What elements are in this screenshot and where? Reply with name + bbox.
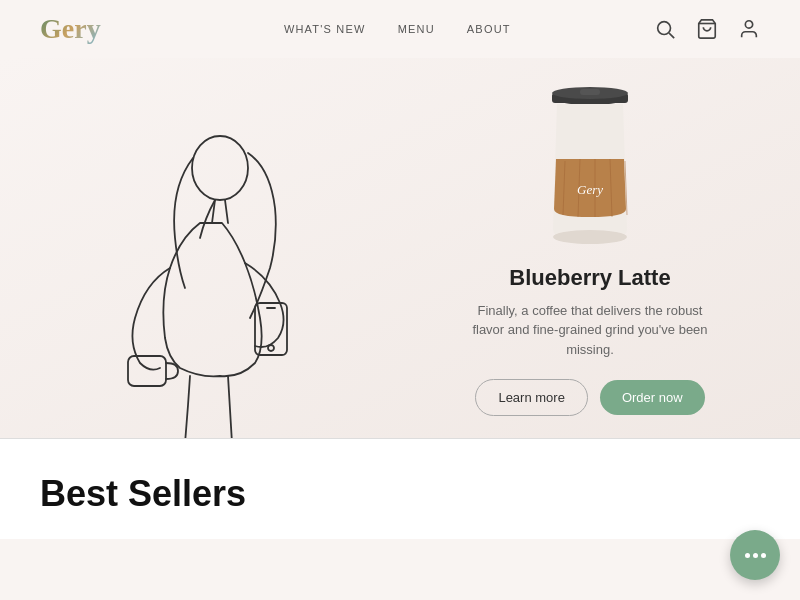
svg-rect-10 xyxy=(128,356,166,386)
svg-point-3 xyxy=(745,21,752,28)
svg-rect-21 xyxy=(580,89,600,95)
product-title: Blueberry Latte xyxy=(509,265,670,291)
svg-text:Gery: Gery xyxy=(577,182,603,197)
header: Gery WHAT'S NEW MENU ABOUT xyxy=(0,0,800,58)
hero-cta-buttons: Learn more Order now xyxy=(475,379,704,416)
svg-point-9 xyxy=(268,345,274,351)
svg-point-4 xyxy=(192,136,248,200)
nav-about[interactable]: ABOUT xyxy=(467,23,511,35)
chat-dot-2 xyxy=(753,553,758,558)
main-nav: WHAT'S NEW MENU ABOUT xyxy=(284,23,511,35)
svg-point-20 xyxy=(553,230,627,244)
svg-line-6 xyxy=(225,200,228,223)
user-icon[interactable] xyxy=(738,18,760,40)
chat-dot-3 xyxy=(761,553,766,558)
header-icons xyxy=(654,18,760,40)
coffee-cup-svg: Gery xyxy=(525,79,655,249)
nav-whats-new[interactable]: WHAT'S NEW xyxy=(284,23,366,35)
cart-icon[interactable] xyxy=(696,18,718,40)
svg-point-0 xyxy=(658,21,671,34)
hero-illustration xyxy=(0,58,400,438)
woman-illustration xyxy=(60,108,340,438)
nav-menu[interactable]: MENU xyxy=(398,23,435,35)
best-sellers-section: Best Sellers xyxy=(0,439,800,539)
best-sellers-title: Best Sellers xyxy=(40,473,246,515)
chat-dot-1 xyxy=(745,553,750,558)
search-icon[interactable] xyxy=(654,18,676,40)
order-now-button[interactable]: Order now xyxy=(600,380,705,415)
product-image: Gery xyxy=(525,79,655,249)
hero-product: Gery Blueberry Latte Finally, a coffee t… xyxy=(400,58,800,438)
learn-more-button[interactable]: Learn more xyxy=(475,379,587,416)
hero-section: Gery Blueberry Latte Finally, a coffee t… xyxy=(0,58,800,438)
svg-line-1 xyxy=(669,33,674,38)
product-description: Finally, a coffee that delivers the robu… xyxy=(470,301,710,360)
logo[interactable]: Gery xyxy=(40,12,101,46)
chat-widget-button[interactable] xyxy=(730,530,780,580)
chat-dots xyxy=(745,553,766,558)
